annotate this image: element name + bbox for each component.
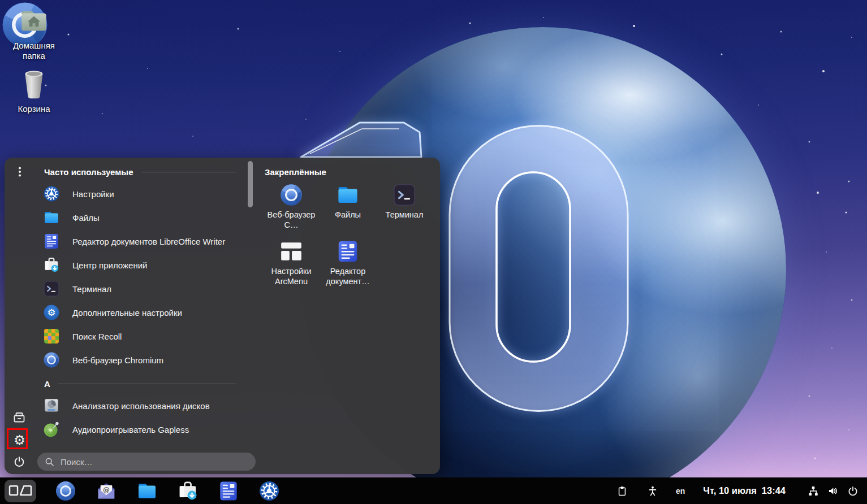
desktop: Домашняя папка Корзина ⚙ Часто используе… bbox=[0, 0, 867, 504]
keyboard-layout-indicator[interactable]: en bbox=[676, 486, 685, 496]
accessibility-icon[interactable] bbox=[646, 485, 659, 497]
chromium-icon bbox=[43, 351, 60, 368]
menu-item-recoll[interactable]: Поиск Recoll bbox=[34, 324, 251, 348]
terminal-icon bbox=[43, 280, 60, 297]
clock[interactable]: Чт, 10 июля13:44 bbox=[703, 485, 786, 496]
menu-item-label: Аудиопроигрыватель Gapless bbox=[72, 425, 189, 435]
recoll-icon bbox=[43, 328, 60, 345]
system-tray: en Чт, 10 июля13:44 bbox=[616, 485, 867, 497]
menu-item-gapless[interactable]: Аудиопроигрыватель Gapless bbox=[34, 418, 251, 441]
menu-item-app-center[interactable]: Центр приложений bbox=[34, 253, 251, 277]
menu-item-label: Центр приложений bbox=[72, 260, 147, 270]
taskbar-apps: @ bbox=[0, 480, 281, 502]
trash-icon bbox=[18, 68, 50, 101]
disk-analyzer-icon bbox=[43, 397, 60, 414]
writer-icon bbox=[336, 240, 360, 263]
pinned-item-terminal[interactable]: Терминал bbox=[376, 181, 433, 237]
clock-time: 13:44 bbox=[762, 485, 786, 496]
chromium-icon bbox=[279, 183, 303, 207]
arcmenu-app-list: Часто используемые Настройки Файлы Редак… bbox=[34, 158, 251, 474]
pinned-item-chromium[interactable]: Веб-браузер C… bbox=[263, 181, 320, 237]
section-header-pinned: Закреплённые bbox=[265, 167, 434, 177]
menu-item-label: Дополнительные настройки bbox=[72, 308, 182, 318]
wallpaper-glyph-one bbox=[288, 113, 430, 164]
taskbar-app-mail[interactable]: @ bbox=[95, 480, 118, 502]
pinned-item-label: Редактор документ… bbox=[321, 266, 374, 286]
pinned-item-files[interactable]: Файлы bbox=[320, 181, 376, 237]
arcmenu-panel: ⚙ Часто используемые Настройки Файлы bbox=[5, 158, 440, 474]
files-shortcut-icon[interactable] bbox=[12, 411, 26, 424]
menu-item-label: Анализатор использования дисков bbox=[72, 401, 210, 411]
settings-gear-icon[interactable]: ⚙ bbox=[12, 432, 27, 447]
search-input[interactable] bbox=[59, 457, 249, 467]
desktop-icon-label: Корзина bbox=[18, 104, 50, 114]
letter-a-rows: Анализатор использования дисков Аудиопро… bbox=[34, 394, 251, 441]
taskbar-app-writer[interactable] bbox=[217, 480, 240, 502]
settings-icon bbox=[43, 185, 60, 202]
writer-icon bbox=[43, 233, 60, 250]
menu-item-label: Редактор документов LibreOffice Writer bbox=[72, 237, 225, 246]
menu-item-chromium[interactable]: Веб-браузер Chromium bbox=[34, 348, 251, 372]
menu-item-label: Настройки bbox=[72, 189, 114, 199]
wallpaper-glyph-zero bbox=[430, 107, 639, 424]
arcmenu-settings-icon bbox=[279, 240, 303, 263]
power-icon[interactable] bbox=[847, 485, 859, 497]
menu-item-settings[interactable]: Настройки bbox=[34, 182, 251, 206]
menu-options-icon[interactable] bbox=[14, 164, 26, 180]
arcmenu-pinned-panel: Закреплённые Веб-браузер C… Файлы Термин… bbox=[260, 158, 440, 294]
menu-item-terminal[interactable]: Терминал bbox=[34, 277, 251, 301]
desktop-icon-label: Домашняя папка bbox=[7, 41, 61, 61]
rosa-logo-icon bbox=[6, 481, 34, 500]
desktop-icon-trash[interactable]: Корзина bbox=[3, 68, 65, 114]
files-icon bbox=[43, 209, 60, 226]
menu-item-writer[interactable]: Редактор документов LibreOffice Writer bbox=[34, 229, 251, 253]
search-icon bbox=[44, 457, 55, 467]
menu-item-tweaks[interactable]: ⚙ Дополнительные настройки bbox=[34, 301, 251, 324]
section-divider bbox=[58, 384, 236, 384]
app-center-icon bbox=[43, 257, 60, 273]
section-title: Закреплённые bbox=[265, 167, 326, 177]
pinned-item-label: Терминал bbox=[386, 210, 424, 220]
terminal-icon bbox=[392, 183, 416, 207]
taskbar-app-files[interactable] bbox=[136, 480, 158, 502]
section-title: А bbox=[44, 379, 50, 389]
pinned-item-writer[interactable]: Редактор документ… bbox=[320, 237, 376, 294]
taskbar-app-app-center[interactable] bbox=[176, 480, 199, 502]
status-icons bbox=[807, 485, 859, 497]
menu-item-label: Терминал bbox=[72, 284, 111, 294]
svg-text:@: @ bbox=[103, 485, 110, 493]
section-header-frequent: Часто используемые bbox=[44, 167, 236, 177]
home-folder-icon bbox=[18, 5, 50, 37]
pinned-item-arcmenu-settings[interactable]: Настройки ArcMenu bbox=[263, 237, 320, 294]
gapless-icon bbox=[43, 421, 60, 438]
taskbar-app-settings[interactable] bbox=[258, 480, 281, 502]
files-icon bbox=[336, 183, 360, 207]
menu-launcher-button[interactable] bbox=[5, 480, 36, 502]
section-title: Часто используемые bbox=[44, 167, 133, 177]
tweaks-icon: ⚙ bbox=[43, 304, 60, 321]
menu-item-label: Поиск Recoll bbox=[72, 332, 122, 341]
menu-item-disk-analyzer[interactable]: Анализатор использования дисков bbox=[34, 394, 251, 418]
clipboard-icon[interactable] bbox=[616, 485, 628, 497]
arcmenu-sidebar: ⚙ bbox=[5, 158, 33, 474]
network-icon[interactable] bbox=[807, 485, 819, 497]
desktop-icon-home[interactable]: Домашняя папка bbox=[3, 5, 65, 61]
pinned-item-label: Веб-браузер C… bbox=[265, 210, 318, 230]
frequent-rows: Настройки Файлы Редактор документов Libr… bbox=[34, 182, 251, 372]
svg-text:⚙: ⚙ bbox=[47, 307, 55, 318]
section-header-letter-a: А bbox=[44, 379, 236, 389]
pinned-item-label: Файлы bbox=[335, 210, 361, 220]
menu-item-files[interactable]: Файлы bbox=[34, 206, 251, 229]
section-divider bbox=[141, 172, 237, 172]
taskbar-app-chromium[interactable] bbox=[54, 480, 77, 502]
search-bar[interactable] bbox=[37, 453, 256, 471]
pinned-grid: Веб-браузер C… Файлы Терминал Настройки … bbox=[263, 181, 440, 294]
power-icon[interactable] bbox=[13, 455, 25, 468]
scrollbar-thumb[interactable] bbox=[248, 161, 253, 207]
menu-item-label: Веб-браузер Chromium bbox=[72, 355, 163, 365]
wallpaper-stars bbox=[0, 0, 1, 1]
taskbar: @ en Чт, 10 июля13:44 bbox=[0, 477, 867, 504]
clock-date: Чт, 10 июля bbox=[703, 485, 756, 496]
volume-icon[interactable] bbox=[827, 485, 839, 497]
pinned-item-label: Настройки ArcMenu bbox=[265, 266, 318, 286]
